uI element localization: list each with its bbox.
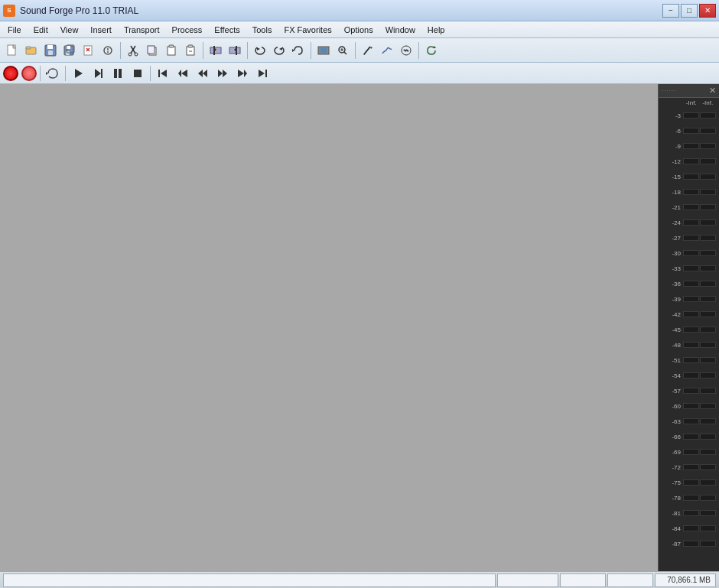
trim-start-button[interactable] [207,41,225,60]
svg-point-20 [135,53,138,56]
save-button[interactable] [41,41,60,60]
properties-button[interactable] [99,41,117,60]
record-secondary-button[interactable] [21,66,37,81]
stop-button[interactable] [129,65,147,82]
vu-scale-row: -18 [662,184,716,200]
svg-rect-26 [188,45,193,47]
toolbar-separator-1 [120,42,121,59]
redo-button[interactable] [270,41,288,60]
prev-marker-button[interactable] [154,65,172,82]
vu-scale-row: -66 [662,429,716,444]
menu-item-help[interactable]: Help [421,22,451,37]
paste-special-button[interactable] [181,41,200,60]
vu-scale-row: -30 [662,245,716,261]
close-file-button[interactable] [80,41,98,60]
rewind-button[interactable] [194,65,212,82]
vu-scale-row: -81 [662,505,716,521]
vu-bar-left [683,342,699,348]
play-button[interactable] [69,65,87,82]
vu-scale-label: -69 [662,449,683,456]
copy-button[interactable] [143,41,161,60]
pencil-button[interactable] [359,41,377,60]
vu-scale-label: -63 [662,418,683,425]
close-button[interactable]: ✕ [699,4,716,18]
menu-item-transport[interactable]: Transport [118,22,166,37]
menu-item-options[interactable]: Options [338,22,379,37]
new-button[interactable] [3,41,21,60]
vu-scale-row: -57 [662,383,716,398]
svg-rect-5 [47,45,53,49]
toolbar-separator-3 [247,42,248,59]
main-area: ······ ✕ -Inf. -Inf. -3-6-9-12-15-18-21-… [0,84,719,571]
vu-scale-label: -75 [662,479,683,486]
menu-item-fx-favorites[interactable]: FX Favorites [278,22,337,37]
vu-scale-row: -6 [662,123,716,138]
zoom-button[interactable] [333,41,352,60]
fast-forward-button[interactable] [213,65,232,82]
zoom-selection-button[interactable] [314,41,333,60]
cut-button[interactable] [124,41,142,60]
menu-bar: FileEditViewInsertTransportProcessEffect… [0,21,719,38]
save-all-button[interactable] [60,41,79,60]
title-text: Sound Forge Pro 11.0 TRIAL [20,5,138,16]
vu-scale-label: -18 [662,189,683,196]
loop-button[interactable] [44,65,62,82]
vu-bar-left [683,541,699,547]
next-marker-button[interactable] [253,65,272,82]
menu-item-file[interactable]: File [2,22,28,37]
vu-bar-right [700,235,716,241]
vu-bar-left [683,204,699,210]
svg-point-19 [129,53,132,56]
svg-marker-44 [370,47,373,49]
svg-marker-60 [198,70,203,77]
vu-bar-left [683,219,699,226]
svg-rect-38 [320,48,327,53]
vu-bar-right [700,434,716,440]
menu-item-window[interactable]: Window [379,22,421,37]
vu-bar-left [683,495,699,501]
noise-button[interactable] [397,41,415,60]
menu-item-effects[interactable]: Effects [208,22,246,37]
open-button[interactable] [22,41,41,60]
svg-marker-64 [244,70,247,77]
vu-scale-row: -42 [662,307,716,322]
draw-button[interactable] [378,41,396,60]
refresh-button[interactable] [422,41,441,60]
menu-item-edit[interactable]: Edit [28,22,54,37]
maximize-button[interactable]: □ [681,4,698,18]
vu-scale-label: -9 [662,143,683,150]
go-start-button[interactable] [174,65,192,82]
pause-button[interactable] [109,65,127,82]
status-segment-2 [497,573,558,587]
vu-scale-row: -54 [662,368,716,383]
status-segment-4 [607,573,653,587]
vu-scale-label: -72 [662,464,683,471]
vu-bar-left [683,250,699,256]
paste-button[interactable] [162,41,181,60]
svg-rect-23 [168,47,175,55]
menu-item-view[interactable]: View [54,22,85,37]
svg-marker-61 [218,70,223,77]
vu-channel-right-label: -Inf. [700,99,717,106]
svg-rect-3 [26,47,31,49]
play-looped-button[interactable] [89,65,107,82]
vu-scale-label: -6 [662,128,683,135]
vu-meter-close-button[interactable]: ✕ [709,86,716,96]
app-icon: S [3,5,15,17]
menu-item-tools[interactable]: Tools [246,22,278,37]
vu-bar-right [700,219,716,226]
menu-item-process[interactable]: Process [166,22,209,37]
status-segment-3 [560,573,606,587]
trim-end-button[interactable] [226,41,244,60]
vu-scale-row: -63 [662,414,716,429]
toolbar-separator-5 [355,42,356,59]
minimize-button[interactable]: − [662,4,679,18]
undo-history-button[interactable] [289,41,307,60]
record-button[interactable] [3,66,18,81]
vu-bar-right [700,418,716,424]
menu-item-insert[interactable]: Insert [84,22,118,37]
go-end-button[interactable] [233,65,252,82]
vu-bar-left [683,418,699,424]
vu-scale-label: -51 [662,357,683,364]
undo-button[interactable] [251,41,269,60]
